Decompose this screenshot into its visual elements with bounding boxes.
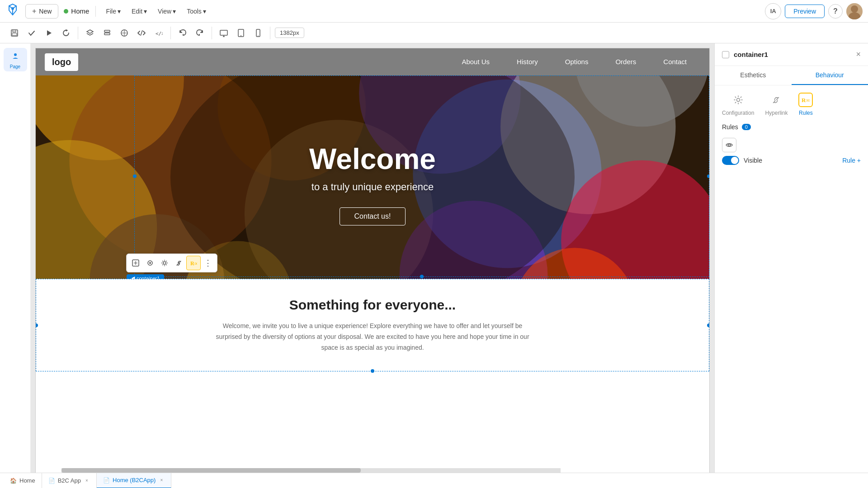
app-logo[interactable] — [5, 3, 20, 19]
code-icon[interactable] — [134, 26, 149, 40]
edit-menu-label: Edit — [132, 8, 142, 15]
help-icon: ? — [833, 7, 838, 15]
svg-line-14 — [141, 30, 142, 36]
top-toolbar: + New Home File ▾ Edit ▾ View ▾ Tools ▾ … — [0, 0, 868, 23]
home-dot-icon — [64, 9, 68, 14]
ft-settings-icon[interactable] — [157, 256, 172, 270]
layers-icon[interactable] — [83, 26, 97, 40]
bottom-tab-home-b2capp[interactable]: 📄 Home (B2CApp) × — [97, 473, 171, 488]
container-checkbox[interactable] — [722, 51, 729, 58]
svg-point-45 — [149, 262, 151, 264]
sidebar-item-page[interactable]: Page — [4, 48, 27, 71]
hero-title: Welcome — [309, 142, 436, 176]
visibility-eye-icon[interactable] — [722, 138, 736, 152]
svg-point-51 — [728, 144, 731, 146]
svg-point-24 — [14, 53, 17, 56]
svg-marker-8 — [87, 30, 93, 33]
preview-label: Preview — [793, 8, 816, 15]
ft-more-icon[interactable]: ⋮ — [201, 256, 215, 270]
home-tab-icon: 🏠 — [10, 478, 17, 484]
content-container: Something for everyone... Welcome, we in… — [36, 279, 709, 371]
edit-menu[interactable]: Edit ▾ — [128, 6, 151, 17]
home-b2capp-tab-icon: 📄 — [103, 477, 110, 483]
bottom-tab-b2capp[interactable]: 📄 B2C App × — [42, 473, 97, 488]
menu-separator-1 — [95, 6, 96, 17]
rules-icon: R∞ — [798, 93, 813, 107]
view-menu-label: View — [158, 8, 171, 15]
panel-tabs: Esthetics Behaviour — [715, 66, 868, 85]
visible-row: Visible Rule + — [722, 156, 861, 165]
visible-toggle[interactable] — [722, 156, 739, 165]
sel-handle-content-bottom — [371, 369, 374, 373]
desktop-icon[interactable] — [217, 26, 231, 40]
visible-label: Visible — [744, 157, 762, 164]
bottom-bar: 🏠 Home 📄 B2C App × 📄 Home (B2CApp) × — [0, 473, 868, 488]
nav-link-contact[interactable]: Contact — [650, 48, 700, 75]
user-avatar[interactable] — [846, 3, 863, 19]
main-area: Page logo About Us History Options Order… — [0, 43, 868, 488]
check-icon[interactable] — [24, 26, 39, 40]
bottom-tab-home[interactable]: 🏠 Home — [4, 473, 42, 488]
undo-icon[interactable] — [175, 26, 190, 40]
px-display[interactable]: 1382px — [275, 28, 304, 38]
rule-add-button[interactable]: Rule + — [842, 157, 861, 164]
navigation-icon[interactable] — [117, 26, 132, 40]
ft-style-icon[interactable] — [143, 256, 157, 270]
new-button[interactable]: + New — [25, 4, 58, 19]
edit-chevron-icon: ▾ — [144, 8, 147, 15]
file-menu-label: File — [106, 8, 116, 15]
hero-section: Welcome to a truly unique experience Con… — [36, 75, 709, 279]
redo-icon[interactable] — [193, 26, 207, 40]
tablet-icon[interactable] — [234, 26, 248, 40]
hero-subtitle: to a truly unique experience — [311, 181, 434, 193]
content-title: Something for everyone... — [63, 297, 682, 313]
nav-link-history[interactable]: History — [503, 48, 552, 75]
scroll-track[interactable] — [61, 468, 561, 473]
ft-link-icon[interactable] — [172, 256, 186, 270]
subtab-hyperlink-label: Hyperlink — [765, 110, 788, 116]
tools-menu[interactable]: Tools ▾ — [183, 6, 210, 17]
file-menu[interactable]: File ▾ — [102, 6, 124, 17]
panel-close-button[interactable]: × — [856, 50, 861, 59]
preview-logo: logo — [45, 53, 78, 71]
save-icon[interactable] — [7, 26, 22, 40]
subtab-configuration[interactable]: Configuration — [722, 93, 754, 116]
svg-point-0 — [11, 7, 14, 10]
layers2-icon[interactable] — [100, 26, 114, 40]
subtab-hyperlink[interactable]: Hyperlink — [765, 93, 788, 116]
home-b2capp-close-button[interactable]: × — [158, 477, 165, 483]
ft-rules-icon[interactable]: R∞ — [186, 256, 201, 270]
subtab-rules[interactable]: R∞ Rules — [798, 93, 813, 116]
contact-us-button[interactable]: Contact us! — [340, 207, 406, 225]
ft-select-icon[interactable] — [128, 256, 143, 270]
nav-link-about[interactable]: About Us — [448, 48, 503, 75]
content-text: Welcome, we invite you to live a unique … — [214, 321, 531, 353]
svg-point-2 — [851, 5, 858, 13]
rules-count-badge: 0 — [742, 124, 751, 130]
nav-link-orders[interactable]: Orders — [602, 48, 650, 75]
hyperlink-icon — [769, 93, 783, 107]
help-button[interactable]: ? — [828, 4, 843, 19]
svg-point-22 — [258, 35, 259, 36]
html-icon[interactable]: </> — [151, 26, 166, 40]
tab-esthetics[interactable]: Esthetics — [715, 66, 792, 85]
svg-rect-6 — [12, 33, 17, 36]
hero-content: Welcome to a truly unique experience Con… — [36, 75, 709, 279]
preview-nav: logo About Us History Options Orders Con… — [36, 48, 709, 75]
preview-button[interactable]: Preview — [785, 5, 825, 18]
b2capp-close-button[interactable]: × — [84, 478, 90, 484]
toolbar-sep-2 — [170, 27, 171, 39]
svg-marker-7 — [47, 30, 52, 36]
view-menu[interactable]: View ▾ — [154, 6, 179, 17]
tab-behaviour[interactable]: Behaviour — [792, 66, 868, 85]
nav-link-options[interactable]: Options — [552, 48, 602, 75]
canvas-area: logo About Us History Options Orders Con… — [31, 43, 714, 488]
subtab-rules-label: Rules — [799, 110, 813, 116]
tools-chevron-icon: ▾ — [203, 8, 206, 15]
mobile-icon[interactable] — [251, 26, 265, 40]
scroll-thumb[interactable] — [61, 468, 361, 473]
toolbar-sep-3 — [212, 27, 212, 39]
ia-button[interactable]: IA — [765, 3, 781, 19]
refresh-icon[interactable] — [59, 26, 73, 40]
play-icon[interactable] — [42, 26, 56, 40]
